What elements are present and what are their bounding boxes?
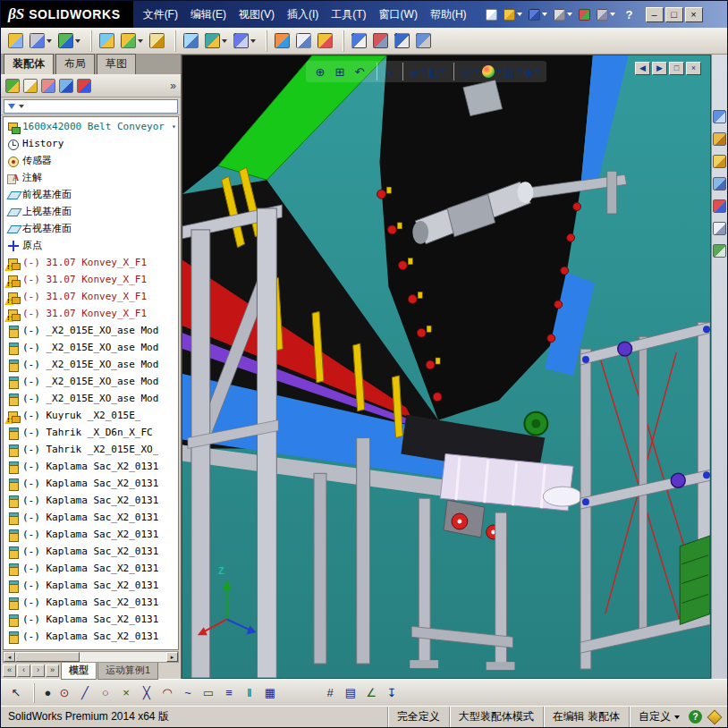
toolbar-button[interactable] bbox=[91, 30, 117, 52]
view-toolbar-button[interactable]: ◧ bbox=[427, 63, 445, 80]
manager-tab-icon[interactable] bbox=[41, 79, 55, 93]
document-window-button[interactable]: ▶ bbox=[652, 62, 667, 75]
tree-item[interactable]: 注解 bbox=[4, 169, 178, 186]
sketch-tool-button[interactable]: ╱ bbox=[75, 683, 95, 703]
sketch-tool-button[interactable]: ‖ bbox=[240, 683, 259, 703]
large-assembly-mode-toggle[interactable]: 大型装配体模式 bbox=[449, 707, 543, 727]
toolbar-button[interactable] bbox=[413, 30, 434, 52]
conveyor-3d-model[interactable] bbox=[182, 55, 710, 678]
sketch-tool-button[interactable]: ▭ bbox=[199, 683, 218, 703]
toolbar-button[interactable] bbox=[175, 30, 201, 52]
sketch-tool-button[interactable]: ↧ bbox=[382, 683, 402, 703]
tree-item[interactable]: (-) Tahrik _X2_015E_XO_ bbox=[4, 441, 178, 458]
tree-item[interactable]: (-) 31.07 Konvey_X_F1 bbox=[4, 254, 178, 271]
scrollbar-thumb[interactable] bbox=[15, 652, 80, 662]
manager-tab-icon[interactable] bbox=[59, 79, 73, 93]
tree-item[interactable]: (-) Kaplama Sac_X2_0131 bbox=[4, 577, 178, 594]
quick-access-button[interactable] bbox=[502, 5, 524, 23]
menu-item[interactable]: 编辑(E) bbox=[184, 4, 233, 26]
custom-status-dropdown[interactable]: 自定义 bbox=[629, 707, 689, 727]
tree-item[interactable]: (-) Kaplama Sac_X2_0131 bbox=[4, 594, 178, 611]
sketch-tool-button[interactable]: ╳ bbox=[137, 683, 157, 703]
view-toolbar-button[interactable]: ⊞ bbox=[331, 63, 349, 80]
tree-item[interactable]: 原点 bbox=[4, 237, 178, 254]
view-toolbar-button[interactable]: ◑ bbox=[377, 63, 394, 80]
sketch-tool-button[interactable]: ◠ bbox=[157, 683, 177, 703]
filter-input[interactable] bbox=[4, 99, 178, 114]
sketch-tool-button[interactable]: ○ bbox=[96, 683, 115, 703]
tree-item[interactable]: (-) Kaplama Sac_X2_0131 bbox=[4, 475, 178, 492]
menu-item[interactable]: 插入(I) bbox=[281, 4, 325, 26]
task-pane-tab-icon[interactable] bbox=[713, 222, 726, 235]
quick-access-button[interactable] bbox=[595, 5, 617, 23]
view-toolbar-button[interactable]: ▨ bbox=[504, 63, 521, 80]
manager-tab-icon[interactable] bbox=[5, 79, 20, 93]
task-pane-tab-icon[interactable] bbox=[713, 177, 726, 190]
overflow-chevron-icon[interactable]: » bbox=[170, 80, 176, 92]
toolbar-button[interactable] bbox=[55, 30, 83, 52]
view-toolbar-button[interactable]: ◎ bbox=[453, 63, 478, 80]
quick-access-button[interactable] bbox=[527, 5, 549, 23]
tree-item[interactable]: (-) 31.07 Konvey_X_F1 bbox=[4, 305, 178, 322]
task-pane-tab-icon[interactable] bbox=[713, 244, 726, 258]
tree-item[interactable]: (-) Kaplama Sac_X2_0131 bbox=[4, 628, 178, 645]
tree-item[interactable]: (-) Kaplama Sac_X2_0131 bbox=[4, 560, 178, 577]
toolbar-button[interactable] bbox=[343, 30, 369, 52]
toolbar-button[interactable] bbox=[370, 30, 391, 52]
window-control-button[interactable]: × bbox=[685, 7, 703, 22]
tree-item[interactable]: (-) _X2_015E_XO_ase Mod bbox=[4, 322, 178, 339]
tree-item[interactable]: (-) _X2_015E_XO_ase Mod bbox=[4, 339, 178, 356]
sketch-tool-button[interactable]: ≡ bbox=[219, 683, 239, 703]
document-window-button[interactable]: ◀ bbox=[635, 62, 650, 75]
tree-item[interactable]: (-) Kaplama Sac_X2_0131 bbox=[4, 543, 178, 560]
command-tab[interactable]: 装配体 bbox=[4, 54, 54, 74]
tab-scroll-button[interactable]: » bbox=[46, 665, 59, 677]
sketch-tool-button[interactable]: # bbox=[320, 683, 340, 703]
toolbar-button[interactable] bbox=[315, 30, 335, 52]
tree-item[interactable]: (-) Tahrik _X_D6n_X_FC bbox=[4, 424, 178, 441]
toolbar-button[interactable] bbox=[202, 30, 230, 52]
sketch-tool-button[interactable]: × bbox=[116, 683, 136, 703]
tree-item[interactable]: (-) _X2_015E_XO_ase Mod bbox=[4, 356, 178, 373]
tree-item[interactable]: (-) _X2_015E_XO_ase Mod bbox=[4, 373, 178, 390]
view-toolbar-button[interactable] bbox=[480, 63, 502, 80]
quick-access-button[interactable] bbox=[552, 5, 574, 23]
toolbar-button[interactable] bbox=[147, 30, 167, 52]
tab-scroll-button[interactable]: › bbox=[31, 665, 45, 677]
menu-item[interactable]: 帮助(H) bbox=[424, 4, 473, 26]
sketch-tool-button[interactable]: ▦ bbox=[260, 683, 280, 703]
menu-item[interactable]: 文件(F) bbox=[137, 4, 184, 26]
tree-item[interactable]: 右视基准面 bbox=[4, 220, 178, 237]
view-toolbar-button[interactable]: ◆ bbox=[523, 63, 541, 80]
sketch-tool-button[interactable]: ⊙ bbox=[55, 683, 74, 703]
tree-item[interactable]: (-) 31.07 Konvey_X_F1 bbox=[4, 271, 178, 288]
task-pane-tab-icon[interactable] bbox=[713, 199, 726, 213]
tab-scroll-button[interactable]: ‹ bbox=[17, 665, 30, 677]
document-tab[interactable]: 运动算例1 bbox=[97, 663, 158, 680]
manager-tab-icon[interactable] bbox=[77, 79, 91, 93]
toolbar-button[interactable] bbox=[267, 30, 292, 52]
model-viewport[interactable]: Z ⊕ ⊞ bbox=[182, 55, 711, 679]
quick-tips-help-icon[interactable]: ? bbox=[689, 710, 702, 724]
tree-item[interactable]: 前视基准面 bbox=[4, 186, 178, 203]
scroll-left-button[interactable]: ◂ bbox=[4, 652, 15, 662]
document-window-button[interactable]: × bbox=[686, 62, 701, 75]
task-pane-tab-icon[interactable] bbox=[713, 132, 726, 146]
tree-item[interactable]: 上视基准面 bbox=[4, 203, 178, 220]
tree-item[interactable]: (-) 31.07 Konvey_X_F1 bbox=[4, 288, 178, 305]
task-pane-tab-icon[interactable] bbox=[713, 155, 726, 168]
toolbar-button[interactable] bbox=[392, 30, 412, 52]
quick-access-button[interactable] bbox=[577, 5, 592, 23]
tree-item[interactable]: (-) Kaplama Sac_X2_0131 bbox=[4, 611, 178, 628]
sketch-tool-button[interactable]: ∠ bbox=[361, 683, 381, 703]
manager-tab-icon[interactable] bbox=[23, 79, 38, 93]
sketch-tool-button[interactable]: ↖ bbox=[6, 683, 26, 703]
tree-item[interactable]: (-) Kaplama Sac_X2_0131 bbox=[4, 458, 178, 475]
view-toolbar-button[interactable]: ⊕ bbox=[311, 63, 329, 80]
tree-item[interactable]: (-) Kaplama Sac_X2_0131 bbox=[4, 509, 178, 526]
tree-item[interactable]: 1600x42000 Belt Conveyor bbox=[4, 118, 178, 135]
command-tab[interactable]: 布局 bbox=[55, 54, 95, 74]
toolbar-button[interactable] bbox=[231, 30, 258, 52]
menu-item[interactable]: 窗口(W) bbox=[373, 4, 424, 26]
tree-item[interactable]: (-) Kuyruk _X2_015E_ bbox=[4, 407, 178, 424]
